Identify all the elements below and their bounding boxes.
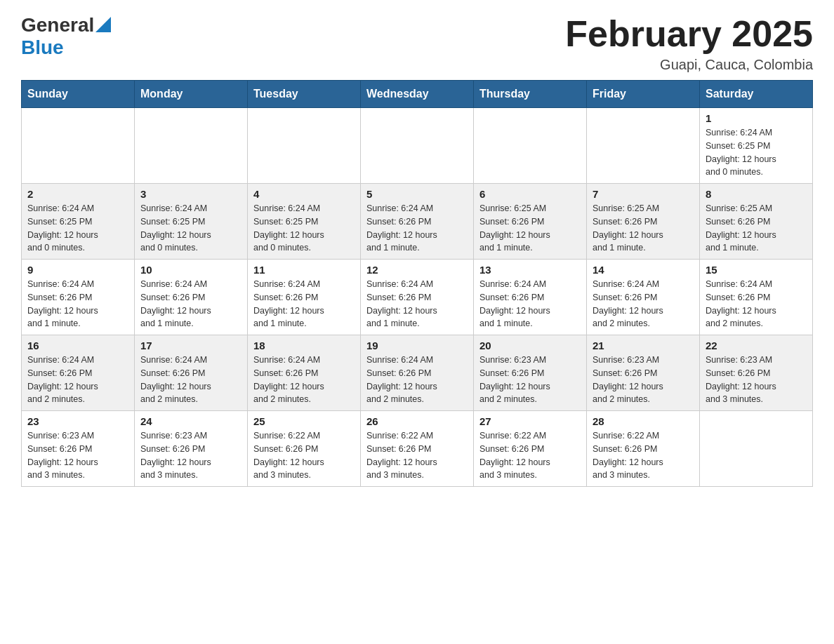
calendar-day-cell: 8Sunrise: 6:25 AMSunset: 6:26 PMDaylight… — [700, 184, 813, 260]
logo-blue: Blue — [21, 36, 64, 58]
logo-general: General — [21, 14, 94, 36]
calendar-week-row: 23Sunrise: 6:23 AMSunset: 6:26 PMDayligh… — [22, 411, 813, 487]
day-info: Sunrise: 6:25 AMSunset: 6:26 PMDaylight:… — [593, 202, 694, 255]
day-info: Sunrise: 6:24 AMSunset: 6:25 PMDaylight:… — [253, 202, 355, 255]
calendar-day-cell — [700, 411, 813, 487]
day-info: Sunrise: 6:25 AMSunset: 6:26 PMDaylight:… — [479, 202, 581, 255]
calendar-header-row: SundayMondayTuesdayWednesdayThursdayFrid… — [22, 81, 813, 108]
page-title: February 2025 — [565, 14, 813, 54]
calendar-header-thursday: Thursday — [474, 81, 587, 108]
day-info: Sunrise: 6:24 AMSunset: 6:25 PMDaylight:… — [27, 202, 128, 255]
calendar-day-cell: 12Sunrise: 6:24 AMSunset: 6:26 PMDayligh… — [361, 260, 474, 335]
day-number: 3 — [140, 188, 241, 200]
calendar-day-cell: 9Sunrise: 6:24 AMSunset: 6:26 PMDaylight… — [22, 260, 135, 335]
calendar-day-cell: 15Sunrise: 6:24 AMSunset: 6:26 PMDayligh… — [700, 260, 813, 335]
calendar-day-cell — [135, 108, 248, 184]
calendar-day-cell — [248, 108, 361, 184]
day-info: Sunrise: 6:24 AMSunset: 6:26 PMDaylight:… — [27, 278, 128, 330]
calendar-day-cell — [22, 108, 135, 184]
calendar-day-cell: 5Sunrise: 6:24 AMSunset: 6:26 PMDaylight… — [361, 184, 474, 260]
day-info: Sunrise: 6:23 AMSunset: 6:26 PMDaylight:… — [27, 429, 128, 482]
day-info: Sunrise: 6:24 AMSunset: 6:26 PMDaylight:… — [593, 278, 694, 330]
calendar-day-cell: 11Sunrise: 6:24 AMSunset: 6:26 PMDayligh… — [248, 260, 361, 335]
calendar-day-cell: 6Sunrise: 6:25 AMSunset: 6:26 PMDaylight… — [474, 184, 587, 260]
calendar-header-sunday: Sunday — [22, 81, 135, 108]
day-number: 12 — [366, 264, 468, 276]
day-info: Sunrise: 6:24 AMSunset: 6:26 PMDaylight:… — [366, 202, 468, 255]
calendar-day-cell: 22Sunrise: 6:23 AMSunset: 6:26 PMDayligh… — [700, 335, 813, 411]
calendar-day-cell: 7Sunrise: 6:25 AMSunset: 6:26 PMDaylight… — [587, 184, 700, 260]
day-number: 15 — [706, 264, 807, 276]
day-number: 20 — [479, 340, 581, 351]
day-info: Sunrise: 6:24 AMSunset: 6:26 PMDaylight:… — [27, 354, 128, 406]
day-info: Sunrise: 6:25 AMSunset: 6:26 PMDaylight:… — [706, 202, 807, 255]
day-number: 10 — [140, 264, 241, 276]
calendar-week-row: 1Sunrise: 6:24 AMSunset: 6:25 PMDaylight… — [22, 108, 813, 184]
day-info: Sunrise: 6:24 AMSunset: 6:25 PMDaylight:… — [706, 126, 807, 179]
day-info: Sunrise: 6:24 AMSunset: 6:26 PMDaylight:… — [706, 278, 807, 330]
calendar-day-cell — [361, 108, 474, 184]
calendar-day-cell: 18Sunrise: 6:24 AMSunset: 6:26 PMDayligh… — [248, 335, 361, 411]
day-info: Sunrise: 6:22 AMSunset: 6:26 PMDaylight:… — [253, 429, 355, 482]
calendar-day-cell: 20Sunrise: 6:23 AMSunset: 6:26 PMDayligh… — [474, 335, 587, 411]
day-number: 11 — [253, 264, 355, 276]
calendar-day-cell: 27Sunrise: 6:22 AMSunset: 6:26 PMDayligh… — [474, 411, 587, 487]
calendar-header-wednesday: Wednesday — [361, 81, 474, 108]
calendar-day-cell: 23Sunrise: 6:23 AMSunset: 6:26 PMDayligh… — [22, 411, 135, 487]
day-info: Sunrise: 6:24 AMSunset: 6:26 PMDaylight:… — [140, 278, 241, 330]
calendar-header-friday: Friday — [587, 81, 700, 108]
day-info: Sunrise: 6:23 AMSunset: 6:26 PMDaylight:… — [593, 354, 694, 406]
day-info: Sunrise: 6:24 AMSunset: 6:26 PMDaylight:… — [366, 354, 468, 406]
calendar-day-cell: 4Sunrise: 6:24 AMSunset: 6:25 PMDaylight… — [248, 184, 361, 260]
calendar-week-row: 16Sunrise: 6:24 AMSunset: 6:26 PMDayligh… — [22, 335, 813, 411]
day-number: 22 — [706, 340, 807, 351]
page-subtitle: Guapi, Cauca, Colombia — [565, 57, 813, 73]
title-area: February 2025 Guapi, Cauca, Colombia — [565, 14, 813, 73]
day-info: Sunrise: 6:22 AMSunset: 6:26 PMDaylight:… — [479, 429, 581, 482]
day-number: 28 — [593, 415, 694, 427]
day-number: 26 — [366, 415, 468, 427]
calendar-week-row: 2Sunrise: 6:24 AMSunset: 6:25 PMDaylight… — [22, 184, 813, 260]
calendar-week-row: 9Sunrise: 6:24 AMSunset: 6:26 PMDaylight… — [22, 260, 813, 335]
calendar-day-cell: 24Sunrise: 6:23 AMSunset: 6:26 PMDayligh… — [135, 411, 248, 487]
calendar-day-cell: 3Sunrise: 6:24 AMSunset: 6:25 PMDaylight… — [135, 184, 248, 260]
day-info: Sunrise: 6:22 AMSunset: 6:26 PMDaylight:… — [366, 429, 468, 482]
day-number: 23 — [27, 415, 128, 427]
day-number: 16 — [27, 340, 128, 351]
logo-triangle-icon — [95, 17, 111, 32]
day-info: Sunrise: 6:24 AMSunset: 6:26 PMDaylight:… — [479, 278, 581, 330]
day-number: 1 — [706, 112, 807, 124]
day-info: Sunrise: 6:24 AMSunset: 6:26 PMDaylight:… — [366, 278, 468, 330]
calendar-day-cell: 17Sunrise: 6:24 AMSunset: 6:26 PMDayligh… — [135, 335, 248, 411]
calendar-day-cell: 14Sunrise: 6:24 AMSunset: 6:26 PMDayligh… — [587, 260, 700, 335]
day-info: Sunrise: 6:24 AMSunset: 6:25 PMDaylight:… — [140, 202, 241, 255]
day-number: 25 — [253, 415, 355, 427]
day-number: 27 — [479, 415, 581, 427]
day-number: 9 — [27, 264, 128, 276]
day-number: 21 — [593, 340, 694, 351]
calendar-day-cell: 21Sunrise: 6:23 AMSunset: 6:26 PMDayligh… — [587, 335, 700, 411]
logo: General Blue — [21, 14, 111, 59]
calendar-day-cell: 26Sunrise: 6:22 AMSunset: 6:26 PMDayligh… — [361, 411, 474, 487]
day-info: Sunrise: 6:24 AMSunset: 6:26 PMDaylight:… — [253, 278, 355, 330]
day-info: Sunrise: 6:24 AMSunset: 6:26 PMDaylight:… — [140, 354, 241, 406]
day-info: Sunrise: 6:24 AMSunset: 6:26 PMDaylight:… — [253, 354, 355, 406]
calendar-day-cell — [587, 108, 700, 184]
day-number: 6 — [479, 188, 581, 200]
calendar-header-monday: Monday — [135, 81, 248, 108]
svg-marker-0 — [95, 17, 111, 32]
day-number: 14 — [593, 264, 694, 276]
day-number: 2 — [27, 188, 128, 200]
day-number: 24 — [140, 415, 241, 427]
day-info: Sunrise: 6:22 AMSunset: 6:26 PMDaylight:… — [593, 429, 694, 482]
day-info: Sunrise: 6:23 AMSunset: 6:26 PMDaylight:… — [140, 429, 241, 482]
calendar-day-cell: 25Sunrise: 6:22 AMSunset: 6:26 PMDayligh… — [248, 411, 361, 487]
day-number: 4 — [253, 188, 355, 200]
calendar-day-cell: 13Sunrise: 6:24 AMSunset: 6:26 PMDayligh… — [474, 260, 587, 335]
day-number: 8 — [706, 188, 807, 200]
page-header: General Blue February 2025 Guapi, Cauca,… — [21, 14, 813, 73]
day-number: 18 — [253, 340, 355, 351]
calendar-header-saturday: Saturday — [700, 81, 813, 108]
day-number: 5 — [366, 188, 468, 200]
day-number: 17 — [140, 340, 241, 351]
